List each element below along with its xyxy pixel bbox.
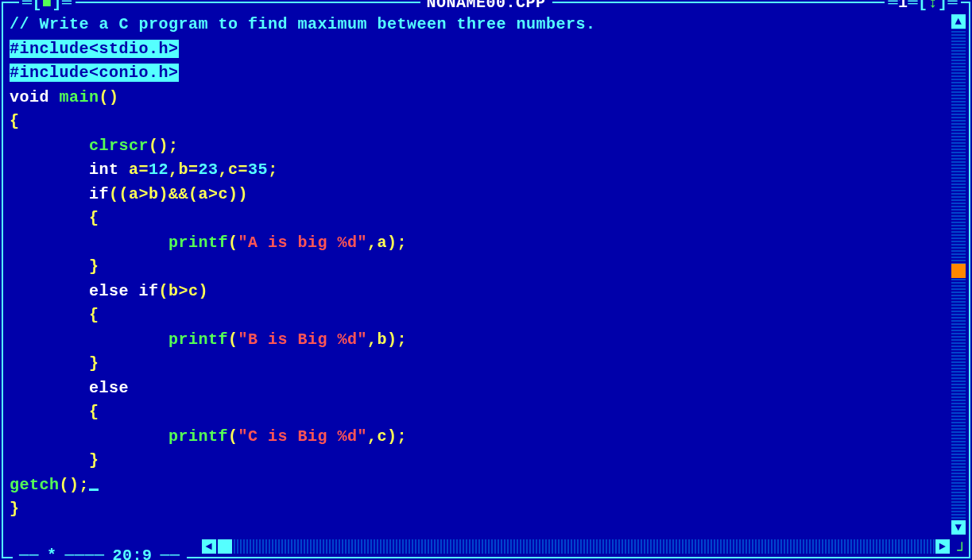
- code-punct: ();: [149, 137, 179, 155]
- code-cond: ((a>b)&&(a>c)): [109, 185, 248, 203]
- code-indent: [10, 185, 89, 203]
- code-indent: [10, 282, 89, 300]
- code-indent: [10, 234, 168, 252]
- code-number: 35: [248, 160, 268, 179]
- code-indent: [10, 330, 168, 349]
- code-brace: {: [10, 403, 99, 421]
- code-comment: // Write a C program to find maximum bet…: [10, 15, 596, 33]
- code-ident: ,b=: [168, 160, 199, 179]
- hscroll-thumb[interactable]: [218, 539, 232, 554]
- code-brace: {: [10, 209, 99, 227]
- code-keyword: else: [89, 282, 129, 300]
- scroll-up-icon[interactable]: ▲: [951, 14, 966, 29]
- code-func: printf: [168, 427, 228, 446]
- code-ident: ,c=: [219, 160, 249, 179]
- window-number: 1: [898, 0, 908, 12]
- code-string: "B is Big %d": [238, 330, 368, 349]
- code-ident: ,a);: [367, 234, 407, 252]
- code-brace: {: [10, 306, 99, 324]
- code-indent: [10, 379, 89, 397]
- zoom-icon: ↕: [927, 0, 938, 12]
- vscroll-thumb[interactable]: [951, 264, 966, 278]
- code-indent: [10, 160, 89, 179]
- text-cursor: [89, 489, 99, 491]
- code-include: #include<stdio.h>: [10, 40, 179, 58]
- code-punct: (): [99, 88, 119, 106]
- code-ident: ,b);: [367, 330, 407, 349]
- scroll-down-icon[interactable]: ▼: [951, 520, 966, 535]
- code-cond: (b>c): [159, 282, 209, 300]
- code-func: printf: [168, 234, 228, 252]
- code-ident: ,c);: [367, 427, 407, 446]
- close-button[interactable]: ═[■]═: [19, 0, 76, 12]
- code-number: 12: [149, 160, 168, 179]
- code-func: clrscr: [89, 137, 149, 155]
- code-punct: ;: [268, 160, 278, 179]
- code-keyword: if: [139, 282, 159, 300]
- code-indent: [10, 427, 168, 446]
- code-brace: }: [10, 451, 99, 469]
- code-brace: {: [10, 112, 20, 130]
- code-include: #include<conio.h>: [10, 64, 179, 82]
- scroll-right-icon[interactable]: ►: [935, 539, 950, 554]
- close-icon: ■: [42, 0, 52, 12]
- code-string: "A is big %d": [238, 234, 368, 252]
- code-ident: main: [49, 88, 99, 106]
- code-punct: (: [228, 330, 238, 349]
- status-bar: ──*──── 20:9 ──: [13, 546, 187, 560]
- resize-corner-icon[interactable]: ┘: [957, 542, 967, 560]
- code-brace: }: [10, 257, 99, 276]
- code-editor[interactable]: // Write a C program to find maximum bet…: [10, 13, 950, 535]
- horizontal-scrollbar[interactable]: ◄ ►: [202, 539, 950, 554]
- code-punct: ();: [60, 476, 90, 494]
- code-number: 23: [199, 160, 219, 179]
- title-bar: ═[■]═ NONAME00.CPP ═1═[↕]═: [3, 0, 969, 11]
- code-punct: (: [228, 234, 238, 252]
- code-punct: (: [228, 427, 238, 446]
- code-brace: }: [10, 354, 99, 373]
- window-controls[interactable]: ═1═[↕]═: [885, 0, 961, 12]
- code-func: getch: [10, 476, 60, 494]
- code-ident: a=: [119, 160, 149, 179]
- code-indent: [10, 137, 89, 155]
- code-keyword: int: [89, 160, 119, 179]
- code-keyword: if: [89, 185, 109, 203]
- file-title: NONAME00.CPP: [420, 0, 552, 12]
- modified-indicator: *: [47, 546, 57, 560]
- editor-frame: ═[■]═ NONAME00.CPP ═1═[↕]═ // Write a C …: [2, 2, 970, 558]
- scroll-left-icon[interactable]: ◄: [202, 539, 216, 554]
- code-string: "C is Big %d": [238, 427, 368, 446]
- code-space: [129, 282, 139, 300]
- vertical-scrollbar[interactable]: ▲ ▼: [951, 14, 966, 535]
- code-func: printf: [168, 330, 228, 349]
- cursor-position: 20:9: [113, 546, 153, 560]
- code-keyword: else: [89, 379, 129, 397]
- code-brace: }: [10, 500, 20, 518]
- code-keyword: void: [10, 88, 49, 106]
